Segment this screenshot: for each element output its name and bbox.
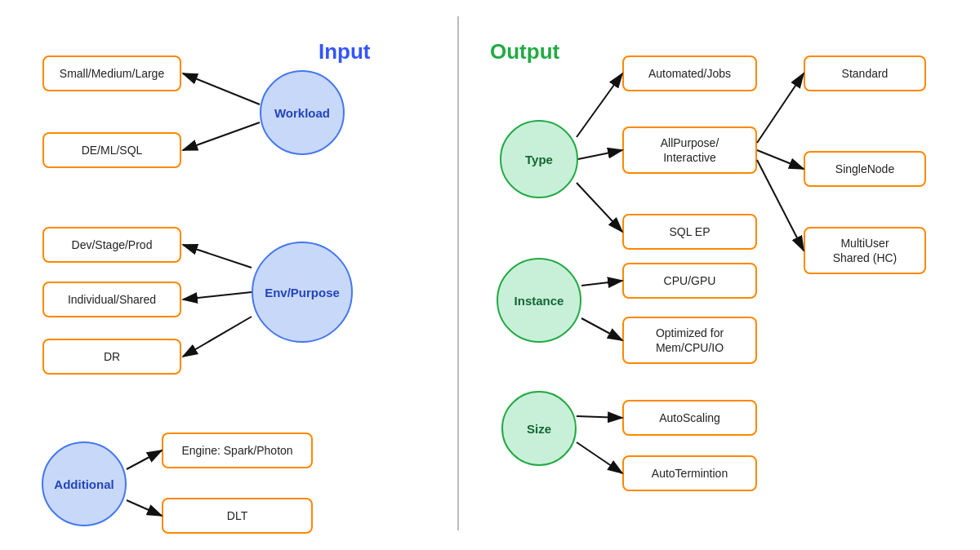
standard-box: Standard xyxy=(804,55,926,91)
automated-jobs-box: Automated/Jobs xyxy=(622,55,757,91)
arrow-workload-sml xyxy=(183,73,260,104)
small-med-large-box: Small/Medium/Large xyxy=(42,55,181,91)
arrow-type-automated xyxy=(577,73,622,137)
individual-shared-box: Individual/Shared xyxy=(42,282,181,317)
workload-label: Workload xyxy=(274,106,330,120)
instance-circle: Instance xyxy=(497,258,581,343)
sql-ep-box: SQL EP xyxy=(622,214,757,250)
allpurpose-box: AllPurpose/ Interactive xyxy=(622,126,757,174)
arrow-type-allpurpose xyxy=(578,150,622,159)
input-label: Input xyxy=(318,39,371,64)
additional-label: Additional xyxy=(54,477,114,491)
arrow-type-sqlep xyxy=(577,183,622,232)
autoscaling-box: AutoScaling xyxy=(622,400,757,436)
additional-circle: Additional xyxy=(42,441,127,526)
arrow-instance-optimized xyxy=(581,318,622,340)
output-label: Output xyxy=(490,39,559,64)
type-label: Type xyxy=(525,153,553,166)
autotermintion-box: AutoTermintion xyxy=(622,455,757,491)
singlenode-box: SingleNode xyxy=(804,151,926,187)
arrow-workload-demlsql xyxy=(183,122,260,150)
workload-circle: Workload xyxy=(260,70,345,155)
env-label: Env/Purpose xyxy=(265,286,340,299)
dev-stage-prod-box: Dev/Stage/Prod xyxy=(42,227,181,263)
engine-spark-box: Engine: Spark/Photon xyxy=(162,432,313,468)
optimized-box: Optimized for Mem/CPU/IO xyxy=(622,317,757,364)
arrow-instance-cpugpu xyxy=(581,281,622,286)
multiuser-shared-box: MultiUser Shared (HC) xyxy=(804,227,926,274)
type-circle: Type xyxy=(500,120,578,198)
env-circle: Env/Purpose xyxy=(252,242,353,343)
arrow-env-dr xyxy=(183,317,252,357)
dlt-box: DLT xyxy=(162,498,313,534)
diagram-container: Input Output Workload Env/Purpose Additi… xyxy=(0,0,980,550)
arrow-allpurpose-standard xyxy=(757,73,804,143)
size-label: Size xyxy=(527,422,551,436)
arrow-size-autotermination xyxy=(577,442,622,473)
arrow-additional-dlt xyxy=(127,500,162,516)
arrow-allpurpose-multiuser xyxy=(757,160,804,251)
arrow-additional-engine xyxy=(127,450,162,469)
instance-label: Instance xyxy=(514,294,564,308)
divider xyxy=(457,16,459,530)
dr-box: DR xyxy=(42,339,181,375)
cpu-gpu-box: CPU/GPU xyxy=(622,263,757,299)
arrow-allpurpose-singlenode xyxy=(757,150,804,169)
arrow-env-indshared xyxy=(183,292,252,299)
arrow-size-autoscaling xyxy=(577,416,622,418)
arrow-env-devstage xyxy=(183,245,252,268)
de-ml-sql-box: DE/ML/SQL xyxy=(42,132,181,168)
size-circle: Size xyxy=(501,391,577,466)
